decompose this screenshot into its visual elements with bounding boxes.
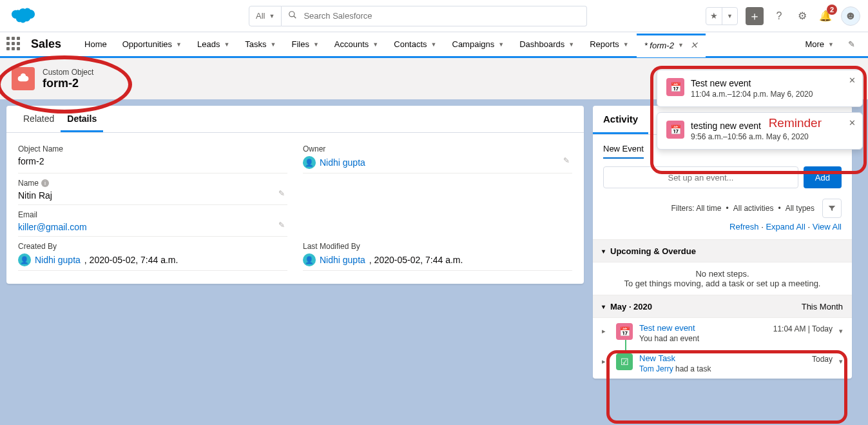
edit-nav-button[interactable]: ✎ — [842, 39, 862, 49]
nav-item-campaigns[interactable]: Campaigns▼ — [445, 32, 512, 56]
nav-item-leads[interactable]: Leads▼ — [189, 32, 237, 56]
nav-item-files[interactable]: Files▼ — [284, 32, 326, 56]
search-scope-button[interactable]: All ▼ — [249, 6, 282, 26]
chevron-down-icon: ▼ — [498, 41, 504, 48]
nav-item-more[interactable]: More ▼ — [797, 32, 842, 56]
timeline-sub-suffix: had a task — [673, 364, 711, 373]
field-name: Name i Nitin Raj ✎ — [18, 173, 287, 205]
reminder-notifications: 📅 Test new event 11:04 a.m.–12:04 p.m. M… — [657, 70, 863, 155]
nav-label: Reports — [590, 39, 619, 49]
search-icon — [288, 10, 297, 21]
chevron-down-icon: ▼ — [224, 41, 229, 48]
reminder-title: Test new event — [691, 78, 813, 88]
tab-related[interactable]: Related — [17, 106, 61, 132]
nav-item-reports[interactable]: Reports▼ — [582, 32, 636, 56]
detail-body: Object Name form-2 Owner 👤 Nidhi gupta ✎… — [6, 133, 584, 284]
email-link[interactable]: killer@gmail.com — [18, 222, 287, 232]
salesforce-logo — [8, 6, 36, 26]
chevron-down-icon: ▼ — [568, 41, 574, 48]
nav-item-home[interactable]: Home — [77, 32, 115, 56]
nav-item-dashboards[interactable]: Dashboards▼ — [512, 32, 582, 56]
refresh-link[interactable]: Refresh — [729, 222, 759, 232]
chevron-down-icon[interactable]: ▾ — [839, 323, 843, 335]
event-subject-input[interactable] — [603, 166, 798, 188]
setup-button[interactable]: ⚙ — [795, 8, 810, 24]
reminder-card[interactable]: 📅 testing new event 9:56 a.m.–10:56 a.m.… — [657, 112, 863, 150]
field-label: Email — [18, 210, 287, 219]
field-modified-by: Last Modified By 👤 Nidhi gupta , 2020-05… — [303, 237, 572, 271]
view-all-link[interactable]: View All — [813, 222, 842, 232]
header-utility-icons: ★ ▼ ＋ ? ⚙ 🔔 2 ☻ — [706, 6, 860, 26]
timeline-subtitle: Tom Jerry had a task — [639, 364, 805, 373]
add-button[interactable]: Add — [804, 166, 842, 188]
field-label: Created By — [18, 242, 287, 251]
close-icon[interactable]: ✕ — [688, 40, 698, 50]
avatar-icon: ☻ — [845, 9, 857, 23]
global-actions-button[interactable]: ＋ — [746, 7, 764, 25]
details-panel: Related Details Object Name form-2 Owner… — [6, 106, 584, 284]
chevron-down-icon: ▼ — [313, 41, 319, 48]
reminder-card[interactable]: 📅 Test new event 11:04 a.m.–12:04 p.m. M… — [657, 70, 863, 107]
created-by-ts: , 2020-05-02, 7:44 a.m. — [84, 255, 178, 265]
nav-label: Accounts — [334, 39, 369, 49]
filter-activities: All activities — [733, 204, 774, 213]
timeline-meta: 11:04 AM | Today — [773, 323, 833, 333]
section-upcoming[interactable]: ▾ Upcoming & Overdue — [593, 239, 852, 262]
star-icon: ★ — [706, 8, 722, 25]
record-name: form-2 — [43, 77, 93, 90]
notifications-button[interactable]: 🔔 2 — [818, 8, 833, 24]
tab-details[interactable]: Details — [61, 106, 103, 132]
search-input[interactable] — [304, 11, 580, 21]
composer-tab-new-event[interactable]: New Event — [603, 144, 644, 159]
nav-item-tasks[interactable]: Tasks▼ — [237, 32, 284, 56]
label-text: Name — [18, 179, 39, 188]
detail-tabs: Related Details — [6, 106, 584, 133]
edit-icon[interactable]: ✎ — [278, 221, 285, 230]
field-email: Email killer@gmail.com ✎ — [18, 205, 287, 237]
chevron-down-icon: ▼ — [722, 8, 737, 25]
help-button[interactable]: ? — [771, 8, 787, 24]
timeline: ▸ 📅 Test new event You had an event 11:0… — [593, 318, 852, 379]
field-created-by: Created By 👤 Nidhi gupta , 2020-05-02, 7… — [18, 237, 287, 271]
expand-all-link[interactable]: Expand All — [766, 222, 805, 232]
app-name: Sales — [31, 37, 61, 51]
chevron-down-icon: ▼ — [372, 41, 378, 48]
filter-button[interactable] — [822, 199, 842, 218]
nav-item-accounts[interactable]: Accounts▼ — [327, 32, 386, 56]
month-badge: This Month — [802, 302, 843, 311]
created-by-link[interactable]: Nidhi gupta — [35, 255, 81, 265]
plus-icon: ＋ — [749, 8, 760, 24]
chevron-down-icon[interactable]: ▾ — [839, 353, 843, 366]
nav-item-contacts[interactable]: Contacts▼ — [386, 32, 444, 56]
user-avatar[interactable]: ☻ — [841, 6, 860, 26]
expand-icon[interactable]: ▸ — [602, 323, 610, 335]
global-search: All ▼ — [249, 6, 587, 26]
search-box[interactable] — [282, 6, 587, 26]
tab-activity[interactable]: Activity — [593, 106, 648, 134]
timeline-title[interactable]: Test new event — [639, 323, 767, 333]
change-owner-icon[interactable]: ✎ — [563, 156, 570, 165]
svg-point-0 — [289, 12, 294, 17]
info-icon[interactable]: i — [41, 179, 49, 187]
app-launcher-button[interactable] — [6, 37, 22, 52]
owner-link[interactable]: Nidhi gupta — [320, 157, 365, 168]
nav-label: Opportunities — [122, 39, 172, 49]
close-icon[interactable]: ✕ — [849, 75, 856, 85]
user-avatar-icon: 👤 — [18, 253, 31, 266]
chevron-down-icon: ▼ — [828, 41, 834, 48]
field-label: Object Name — [18, 144, 287, 153]
upcoming-empty: No next steps. To get things moving, add… — [593, 262, 852, 295]
nav-item-workspace-tab[interactable]: * form-2 ▼ ✕ — [637, 34, 706, 57]
timeline-user-link[interactable]: Tom Jerry — [639, 364, 673, 373]
nav-item-opportunities[interactable]: Opportunities▼ — [115, 32, 189, 56]
favorites-button[interactable]: ★ ▼ — [706, 7, 738, 25]
modified-by-link[interactable]: Nidhi gupta — [320, 255, 365, 265]
timeline-title[interactable]: New Task — [639, 353, 805, 363]
expand-icon[interactable]: ▸ — [602, 353, 610, 366]
edit-icon[interactable]: ✎ — [278, 189, 285, 198]
close-icon[interactable]: ✕ — [849, 118, 856, 128]
section-month[interactable]: ▾ May · 2020 This Month — [593, 295, 852, 318]
chevron-down-icon: ▾ — [602, 248, 605, 255]
global-header: All ▼ ★ ▼ ＋ ? ⚙ 🔔 2 ☻ — [0, 0, 868, 32]
nav-label: Files — [291, 39, 309, 49]
